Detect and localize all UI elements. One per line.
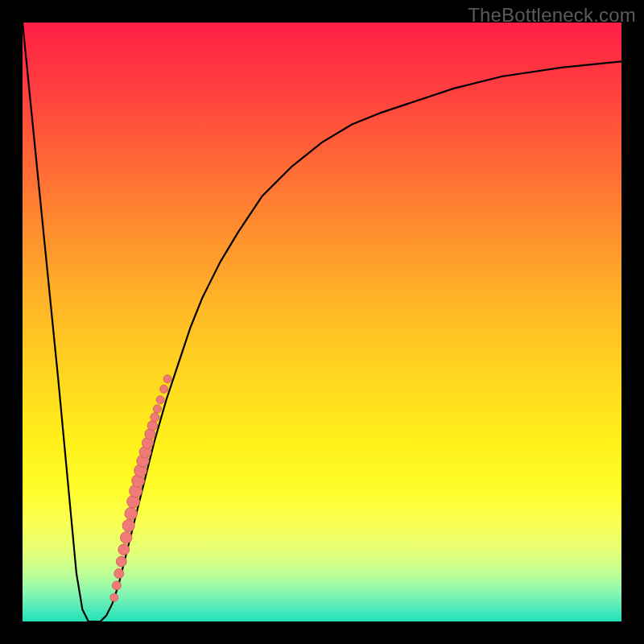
curve-dot	[110, 593, 118, 601]
bottleneck-curve	[23, 23, 621, 621]
curve-dots	[110, 375, 171, 602]
curve-dot	[125, 507, 138, 520]
plot-area	[23, 23, 621, 621]
curve-dot	[156, 396, 164, 404]
curve-dot	[147, 421, 157, 431]
curve-dot	[120, 532, 132, 544]
curve-dot	[160, 385, 168, 393]
watermark-text: TheBottleneck.com	[468, 4, 636, 27]
curve-dot	[153, 405, 161, 413]
curve-dot	[151, 413, 159, 422]
chart-svg	[23, 23, 621, 621]
curve-path	[23, 23, 621, 621]
curve-dot	[114, 568, 124, 578]
curve-dot	[112, 581, 121, 590]
curve-dot	[116, 556, 126, 567]
curve-dot	[118, 544, 130, 555]
chart-frame: TheBottleneck.com	[0, 0, 644, 644]
curve-dot	[122, 519, 134, 531]
curve-dot	[163, 375, 171, 383]
